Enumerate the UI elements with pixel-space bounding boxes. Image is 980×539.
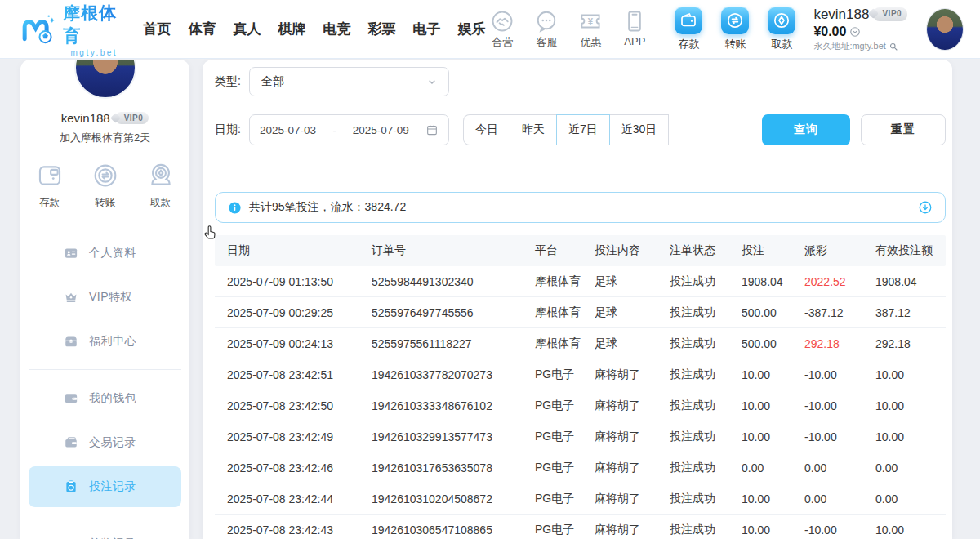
table-row[interactable]: 2025-07-09 00:24:13 5255975561118227 摩根体… [215,328,946,359]
cell-status: 投注成功 [670,461,742,475]
wallet-action[interactable]: 存款 [671,7,706,51]
table-row[interactable]: 2025-07-08 23:42:50 1942610333348676102 … [215,390,946,421]
expand-icon[interactable] [918,200,933,215]
sidebar-menu-item-label: 个人资料 [89,246,136,261]
cell-status: 投注成功 [670,492,742,506]
cell-order-id: 5255975561118227 [372,337,535,350]
quick-range-button[interactable]: 近30日 [609,114,670,145]
cell-content: 足球 [595,336,670,351]
cell-content: 麻将胡了 [595,368,670,382]
cell-date: 2025-07-08 23:42:49 [227,430,372,443]
cell-content: 麻将胡了 [595,523,670,537]
cell-order-id: 1942610329913577473 [372,430,535,443]
sidebar-menu: 个人资料 VIP特权 福利中心 我的钱包 交易记录 投注记录 兑奖记录 [20,233,189,539]
bet-records-panel: 类型: 全部 日期: 2025-07-03 - 2025-07-09 今日昨天近… [203,60,952,539]
cell-valid-stake: 10.00 [875,368,946,381]
nav-item[interactable]: 彩票 [368,20,395,38]
header-quick-link[interactable]: 合营 [485,9,519,50]
cell-date: 2025-07-08 23:42:50 [227,399,372,412]
cell-stake: 500.00 [742,306,804,319]
nav-item[interactable]: 娱乐 [457,20,485,38]
search-icon[interactable] [889,42,898,51]
quick-range-button[interactable]: 近7日 [556,114,610,145]
sidebar-menu-item[interactable]: 我的钱包 [29,378,181,419]
quick-link-icon: ¥ [578,9,603,33]
cell-platform: PG电子 [535,368,595,382]
user-avatar[interactable] [926,8,964,51]
cell-payout: 2022.52 [804,275,875,288]
cell-date: 2025-07-08 23:42:51 [227,368,372,381]
sidebar-menu-item[interactable]: 兑奖记录 [29,523,181,539]
sidebar-username: kevin188 [61,111,110,125]
wallet-action[interactable]: 转账 [718,7,752,51]
nav-item[interactable]: 棋牌 [278,20,305,38]
cell-content: 足球 [595,274,670,289]
sidebar-menu-item-icon [64,290,78,305]
table-row[interactable]: 2025-07-09 01:13:50 5255984491302340 摩根体… [215,266,946,297]
username[interactable]: kevin188 [813,6,869,23]
sidebar-menu-item[interactable]: 交易记录 [29,422,181,463]
sidebar-menu-item[interactable]: 福利中心 [29,321,181,362]
quick-range-button[interactable]: 昨天 [510,114,557,145]
table-row[interactable]: 2025-07-08 23:42:43 1942610306547108865 … [215,514,946,539]
balance-refresh-icon[interactable] [849,26,861,38]
date-range-picker[interactable]: 2025-07-03 - 2025-07-09 [249,114,449,145]
cell-stake: 10.00 [742,492,804,506]
cell-valid-stake: 10.00 [875,399,946,412]
cell-payout: -10.00 [804,399,875,412]
cell-order-id: 1942610306547108865 [372,523,535,537]
quick-range-button[interactable]: 今日 [463,114,510,145]
cell-content: 麻将胡了 [595,461,670,475]
nav-item[interactable]: 真人 [233,20,261,38]
permanent-address: 永久地址:mgty.bet [813,41,885,52]
sidebar-avatar[interactable] [74,60,136,99]
nav-item[interactable]: 电竞 [323,20,350,38]
sidebar-menu-item[interactable]: 投注记录 [29,466,181,507]
cell-status: 投注成功 [670,399,742,413]
sidebar-menu-item-icon [64,435,78,450]
cell-platform: 摩根体育 [535,274,595,289]
sidebar-menu-item[interactable]: 个人资料 [29,233,181,274]
table-header-cell: 投注 [742,243,804,258]
table-row[interactable]: 2025-07-09 00:29:25 5255976497745556 摩根体… [215,297,946,328]
main-nav: 首页体育真人棋牌电竞彩票电子娱乐 [143,20,485,38]
wallet-action[interactable]: 取款 [764,7,799,51]
reset-button[interactable]: 重置 [861,114,946,145]
sidebar-menu-item-label: 投注记录 [89,479,136,494]
cell-platform: PG电子 [535,523,595,537]
sidebar-menu-item[interactable]: VIP特权 [29,277,181,318]
table-row[interactable]: 2025-07-08 23:42:46 1942610317653635078 … [215,452,946,483]
cell-order-id: 1942610333348676102 [372,399,535,412]
nav-item[interactable]: 首页 [143,20,171,38]
quick-link-icon [534,9,559,33]
info-icon [228,201,242,215]
type-filter-label: 类型: [215,74,249,89]
nav-item[interactable]: 电子 [412,20,440,38]
cell-platform: PG电子 [535,492,595,506]
sidebar-quick-action[interactable]: 转账 [91,162,119,210]
sidebar-quick-action[interactable]: 存款 [36,162,64,210]
sidebar-quick-action-label: 转账 [95,196,115,210]
cell-payout: 292.18 [804,337,875,350]
nav-item[interactable]: 体育 [188,20,216,38]
query-button[interactable]: 查询 [762,114,850,145]
bet-records-table: 日期订单号平台投注内容注单状态投注派彩有效投注额 2025-07-09 01:1… [215,235,946,539]
brand-logo[interactable]: 摩根体育 mgty.bet [21,2,125,57]
header-quick-link[interactable]: 客服 [529,9,564,50]
cell-date: 2025-07-09 00:29:25 [227,306,372,319]
type-select[interactable]: 全部 [249,67,449,96]
sidebar-quick-action[interactable]: 取款 [147,162,175,210]
cell-stake: 10.00 [742,523,804,537]
header-quick-link[interactable]: ¥ 优惠 [573,9,608,50]
brand-name: 摩根体育 [63,2,125,47]
header-quick-link[interactable]: APP [617,9,652,50]
table-row[interactable]: 2025-07-08 23:42:49 1942610329913577473 … [215,421,946,452]
sidebar-quick-action-label: 取款 [150,196,171,210]
sidebar-menu-item-icon [64,246,78,261]
table-row[interactable]: 2025-07-08 23:42:44 1942610310204508672 … [215,483,946,514]
table-header-cell: 投注内容 [595,243,670,258]
sidebar-menu-item-label: 福利中心 [89,334,136,349]
quick-link-label: 客服 [536,35,557,50]
table-row[interactable]: 2025-07-08 23:42:51 1942610337782070273 … [215,359,946,390]
table-header-cell: 平台 [535,243,595,258]
